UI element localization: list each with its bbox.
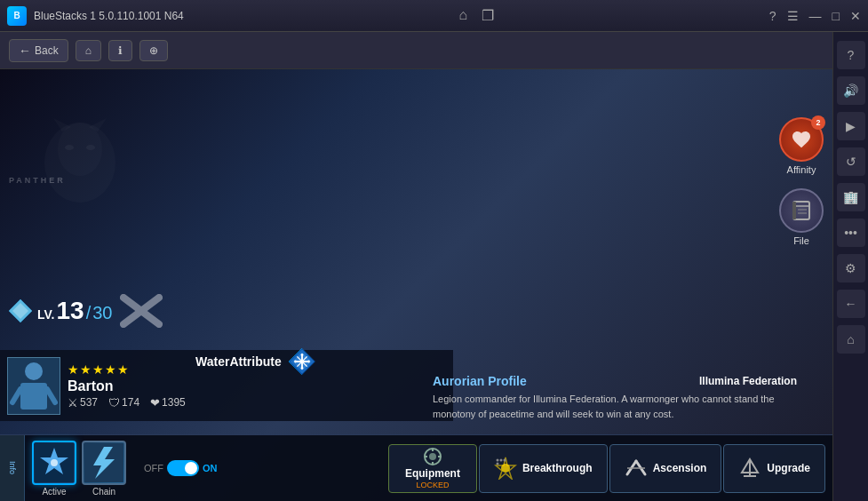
file-button[interactable]: File bbox=[770, 185, 832, 250]
back-button[interactable]: ← Back bbox=[9, 39, 68, 62]
close-button[interactable]: ✕ bbox=[850, 9, 861, 23]
svg-point-23 bbox=[294, 361, 297, 363]
active-skill-icon[interactable] bbox=[32, 441, 76, 485]
navbar: ← Back ⌂ ℹ ⊕ bbox=[0, 32, 832, 69]
breakthrough-label: Breakthrough bbox=[522, 462, 593, 474]
attribute-text: WaterAttribute bbox=[195, 354, 282, 369]
svg-point-43 bbox=[496, 459, 498, 462]
ascension-icon bbox=[625, 457, 648, 480]
bluestacks-logo: B bbox=[7, 6, 27, 26]
affinity-circle-icon: 2 bbox=[779, 117, 824, 162]
profile-description: Legion commander for Illumina Federation… bbox=[433, 392, 797, 421]
svg-point-11 bbox=[25, 362, 43, 380]
skill-icons-area: Active Chain bbox=[25, 435, 133, 502]
sidebar-sound-icon[interactable]: 🔊 bbox=[837, 76, 865, 105]
info-tab[interactable]: Info bbox=[0, 435, 25, 502]
level-number: 13 bbox=[56, 298, 84, 323]
title-bar: B BlueStacks 1 5.0.110.1001 N64 ⌂ ❐ ? ☰ … bbox=[0, 0, 868, 32]
character-stats: ⚔ 537 🛡 174 ❤ 1395 bbox=[68, 396, 446, 410]
action-buttons: Equipment LOCKED Breakthrough bbox=[228, 444, 833, 493]
upgrade-label: Upgrade bbox=[767, 462, 810, 474]
titlebar-nav-icons: ⌂ ❐ bbox=[458, 7, 494, 24]
svg-point-4 bbox=[65, 145, 74, 150]
info-button[interactable]: ℹ bbox=[108, 40, 132, 61]
ascension-button[interactable]: Ascension bbox=[609, 444, 722, 493]
breakthrough-icon bbox=[494, 457, 517, 480]
ascension-label: Ascension bbox=[653, 462, 707, 474]
profile-title: Aurorian Profile bbox=[433, 374, 527, 388]
level-display: LV. 13 / 30 bbox=[37, 298, 112, 323]
sidebar-building-icon[interactable]: 🏢 bbox=[837, 183, 865, 211]
affinity-button[interactable]: 2 Affinity bbox=[770, 114, 832, 179]
sidebar-dots-icon[interactable]: ••• bbox=[837, 219, 865, 247]
equipment-icon bbox=[423, 447, 442, 466]
character-name: Barton bbox=[68, 378, 446, 394]
defense-stat: 🛡 174 bbox=[108, 396, 139, 410]
panther-emblem-svg bbox=[27, 114, 133, 220]
water-attribute-icon bbox=[289, 347, 315, 376]
svg-point-1 bbox=[58, 123, 102, 176]
maximize-button[interactable]: □ bbox=[832, 9, 840, 23]
svg-point-5 bbox=[86, 145, 95, 150]
svg-point-45 bbox=[503, 459, 506, 462]
character-card: ★★★★★ Barton ⚔ 537 🛡 174 ❤ 1395 WaterAtt… bbox=[0, 350, 453, 421]
svg-point-32 bbox=[51, 459, 58, 466]
menu-button[interactable]: ☰ bbox=[787, 9, 799, 23]
minimize-button[interactable]: — bbox=[809, 9, 822, 23]
equipment-button[interactable]: Equipment LOCKED bbox=[388, 444, 477, 493]
chain-skill-wrap: Chain bbox=[82, 441, 126, 497]
titlebar-title: BlueStacks 1 5.0.110.1001 N64 bbox=[34, 10, 184, 22]
chain-skill-icon[interactable] bbox=[82, 441, 126, 485]
equipment-locked-badge: LOCKED bbox=[416, 481, 449, 489]
attack-stat: ⚔ 537 bbox=[68, 396, 98, 410]
file-circle-icon bbox=[779, 188, 824, 233]
sidebar-settings-icon[interactable]: ⚙ bbox=[837, 254, 865, 282]
hp-value: 1395 bbox=[162, 396, 186, 409]
character-thumbnail bbox=[7, 357, 60, 415]
upgrade-icon bbox=[738, 457, 761, 480]
svg-point-22 bbox=[300, 367, 303, 370]
chain-skill-label: Chain bbox=[92, 487, 115, 497]
level-slash: / bbox=[86, 303, 92, 323]
svg-point-24 bbox=[307, 361, 310, 363]
copy-nav-icon[interactable]: ❐ bbox=[482, 7, 494, 24]
sidebar-rotate-icon[interactable]: ↺ bbox=[837, 147, 865, 176]
svg-rect-27 bbox=[792, 202, 796, 219]
upgrade-button[interactable]: Upgrade bbox=[723, 444, 825, 493]
sidebar-help-icon[interactable]: ? bbox=[837, 41, 865, 69]
attribute-badge: WaterAttribute bbox=[195, 348, 315, 375]
level-diamond-icon bbox=[7, 298, 34, 324]
info-icon: ℹ bbox=[118, 44, 123, 57]
home-nav-icon[interactable]: ⌂ bbox=[458, 7, 467, 24]
defense-icon: 🛡 bbox=[108, 396, 120, 410]
level-max: 30 bbox=[92, 303, 112, 323]
zoom-button[interactable]: ⊕ bbox=[139, 40, 168, 61]
back-icon: ← bbox=[19, 44, 31, 58]
level-area: LV. 13 / 30 Converter bbox=[7, 293, 163, 329]
attack-icon: ⚔ bbox=[68, 396, 78, 410]
x-decoration bbox=[119, 293, 163, 329]
toggle-on-label: ON bbox=[203, 463, 218, 473]
active-skill-label: Active bbox=[42, 487, 66, 497]
titlebar-window-controls: ? ☰ — □ ✕ bbox=[769, 9, 861, 23]
char-thumb-image bbox=[8, 358, 60, 414]
titlebar-left: B BlueStacks 1 5.0.110.1001 N64 bbox=[7, 6, 184, 26]
svg-point-21 bbox=[300, 354, 303, 356]
file-label: File bbox=[793, 235, 809, 246]
sidebar-back-icon[interactable]: ← bbox=[837, 290, 865, 318]
help-button[interactable]: ? bbox=[769, 9, 776, 23]
active-skill-wrap: Active bbox=[32, 441, 76, 497]
equipment-label: Equipment bbox=[405, 467, 460, 480]
breakthrough-button[interactable]: Breakthrough bbox=[479, 444, 608, 493]
affinity-badge: 2 bbox=[811, 115, 825, 130]
sidebar-home-icon[interactable]: ⌂ bbox=[837, 325, 865, 354]
action-bar: Info Active bbox=[0, 434, 832, 501]
svg-rect-12 bbox=[20, 383, 47, 410]
zoom-icon: ⊕ bbox=[149, 44, 158, 57]
toggle-switch[interactable] bbox=[167, 460, 199, 476]
info-tab-label: Info bbox=[8, 461, 17, 474]
home-button[interactable]: ⌂ bbox=[76, 40, 101, 61]
sidebar-video-icon[interactable]: ▶ bbox=[837, 112, 865, 140]
toggle-knob bbox=[185, 462, 197, 474]
defense-value: 174 bbox=[122, 396, 139, 409]
